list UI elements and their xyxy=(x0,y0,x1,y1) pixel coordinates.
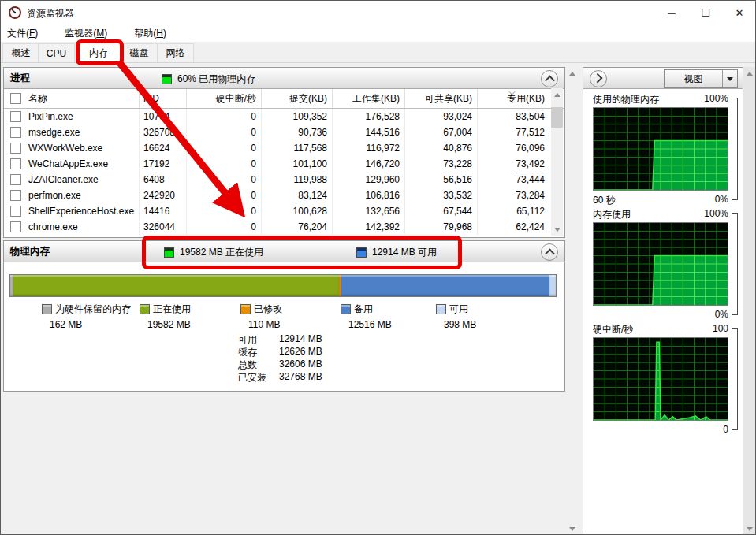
table-row[interactable]: ShellExperienceHost.exe144160100,628132,… xyxy=(4,203,564,219)
process-name: JZAICleaner.exe xyxy=(28,174,99,185)
memory-detail-row: 缓存12626 MB xyxy=(238,346,322,359)
legend-color-icon xyxy=(42,304,52,314)
graph2-ymax: 100% xyxy=(704,208,728,221)
bar-segment xyxy=(549,275,556,296)
graph1-ymax: 100% xyxy=(704,93,728,106)
legend-color-icon xyxy=(240,304,251,314)
view-dropdown-button[interactable]: 视图 xyxy=(664,69,738,88)
col-commit[interactable]: 提交(KB) xyxy=(262,89,333,108)
graph1-axis-bracket xyxy=(732,98,738,200)
scroll-up-icon[interactable] xyxy=(566,67,578,80)
table-row[interactable]: WXWorkWeb.exe166240117,568116,97240,8767… xyxy=(4,140,564,156)
legend-item: 已修改110 MB xyxy=(240,303,282,330)
chevron-down-icon xyxy=(727,77,733,81)
close-button[interactable]: ✕ xyxy=(724,1,755,24)
legend-color-icon xyxy=(140,304,150,314)
process-panel: 进程 60% 已用物理内存 名称 PID 硬中断/秒 提交(KB) 工作集(KB… xyxy=(3,67,565,238)
row-checkbox[interactable] xyxy=(10,190,21,201)
table-row[interactable]: perfmon.exe242920083,124106,81633,53273,… xyxy=(4,188,564,203)
legend-item: 正在使用19582 MB xyxy=(140,303,191,330)
chevron-up-icon xyxy=(545,248,555,258)
tab-overview[interactable]: 概述 xyxy=(2,43,39,62)
process-table-header: 名称 PID 硬中断/秒 提交(KB) 工作集(KB) 可共享(KB) 专用(K… xyxy=(4,89,564,109)
select-all-checkbox[interactable] xyxy=(10,93,21,104)
row-checkbox[interactable] xyxy=(10,206,21,217)
bar-segment xyxy=(13,275,339,296)
graph-used-physical-memory xyxy=(593,107,728,191)
process-name: msedge.exe xyxy=(28,127,80,138)
memory-detail-row: 总数32606 MB xyxy=(238,359,322,372)
expand-panel-button[interactable] xyxy=(590,70,607,87)
memory-detail-row: 已安装32768 MB xyxy=(238,371,322,385)
title-bar: 资源监视器 ─ ☐ ✕ xyxy=(1,1,755,24)
scroll-up-icon[interactable] xyxy=(551,88,563,101)
tab-strip: 概述 CPU 内存 磁盘 网络 xyxy=(1,42,755,63)
view-label: 视图 xyxy=(665,72,722,86)
maximize-button[interactable]: ☐ xyxy=(690,1,721,24)
scroll-down-icon[interactable] xyxy=(551,223,563,236)
process-panel-title: 进程 xyxy=(10,72,30,85)
scrollbar-thumb[interactable] xyxy=(551,107,563,128)
row-checkbox[interactable] xyxy=(10,158,21,169)
available-icon xyxy=(356,247,367,258)
table-row[interactable]: PixPin.exe107640109,352176,52893,02483,5… xyxy=(4,109,564,124)
window-title: 资源监视器 xyxy=(27,7,74,20)
menu-bar: 文件(F) 监视器(M) 帮助(H) xyxy=(1,24,755,42)
row-checkbox[interactable] xyxy=(10,221,21,232)
right-pane-scrollbar[interactable] xyxy=(743,67,755,535)
graph2-title: 内存使用 xyxy=(593,208,631,221)
tab-cpu[interactable]: CPU xyxy=(38,43,75,62)
graph3-axis-bracket xyxy=(732,328,738,430)
memory-composition-bar xyxy=(9,274,557,297)
memory-in-use-status: 19582 MB 正在使用 xyxy=(164,246,263,259)
col-name: 名称 xyxy=(28,92,47,106)
row-checkbox[interactable] xyxy=(10,111,21,122)
legend-color-icon xyxy=(341,304,351,314)
row-checkbox[interactable] xyxy=(10,127,21,138)
tab-disk[interactable]: 磁盘 xyxy=(121,43,158,62)
col-private[interactable]: 专用(KB) xyxy=(478,89,549,108)
memory-usage-icon xyxy=(162,74,172,84)
col-pid[interactable]: PID xyxy=(140,89,187,108)
memory-detail-row: 可用12914 MB xyxy=(238,333,322,347)
tab-network[interactable]: 网络 xyxy=(157,43,194,62)
col-shareable[interactable]: 可共享(KB) xyxy=(405,89,478,108)
memory-available-status: 12914 MB 可用 xyxy=(356,246,437,259)
table-row[interactable]: msedge.exe326708090,736144,51667,00477,5… xyxy=(4,124,564,140)
menu-monitor[interactable]: 监视器(M) xyxy=(58,24,114,42)
graph3-ymax: 100 xyxy=(713,323,728,336)
row-checkbox[interactable] xyxy=(10,174,21,185)
col-working-set[interactable]: 工作集(KB) xyxy=(333,89,405,108)
graphs-panel-header: 视图 xyxy=(583,68,743,89)
in-use-icon xyxy=(164,247,174,258)
memory-panel-header: 物理内存 19582 MB 正在使用 12914 MB 可用 xyxy=(4,241,564,262)
process-table-scrollbar[interactable] xyxy=(551,88,563,236)
tab-memory[interactable]: 内存 xyxy=(76,43,121,63)
table-row[interactable]: chrome.exe326044076,204142,39279,96862,4… xyxy=(4,219,564,235)
table-row[interactable]: WeChatAppEx.exe171920101,100146,72073,22… xyxy=(4,156,564,172)
minimize-button[interactable]: ─ xyxy=(656,1,687,24)
process-panel-header: 进程 60% 已用物理内存 xyxy=(4,68,564,89)
resource-monitor-window: 资源监视器 ─ ☐ ✕ 文件(F) 监视器(M) 帮助(H) 概述 CPU 内存… xyxy=(0,0,756,535)
scroll-up-icon[interactable] xyxy=(743,67,755,80)
menu-file[interactable]: 文件(F) xyxy=(1,24,44,42)
graphs-panel: 视图 使用的物理内存100% 60 秒0% 内存使用100% 0% 硬中断/秒1… xyxy=(583,67,743,535)
scroll-down-icon[interactable] xyxy=(743,522,755,535)
col-hard-faults[interactable]: 硬中断/秒 xyxy=(187,89,262,108)
legend-item: 为硬件保留的内存162 MB xyxy=(42,303,131,330)
legend-item: 可用398 MB xyxy=(436,303,476,330)
process-name: WXWorkWeb.exe xyxy=(28,143,102,154)
memory-collapse-button[interactable] xyxy=(541,243,558,261)
graph3-title: 硬中断/秒 xyxy=(593,323,633,336)
table-row[interactable]: JZAICleaner.exe64080119,988129,96056,516… xyxy=(4,172,564,188)
left-pane-scrollbar[interactable] xyxy=(566,67,578,535)
graph1-ymin: 0% xyxy=(715,194,728,207)
process-name: WeChatAppEx.exe xyxy=(28,158,108,169)
scroll-down-icon[interactable] xyxy=(566,522,578,535)
dropdown-arrow-zone[interactable] xyxy=(722,70,737,87)
chevron-up-icon xyxy=(545,75,555,85)
menu-help[interactable]: 帮助(H) xyxy=(128,24,173,42)
process-collapse-button[interactable] xyxy=(541,70,558,87)
row-checkbox[interactable] xyxy=(10,143,21,154)
process-panel-status: 60% 已用物理内存 xyxy=(162,72,255,86)
